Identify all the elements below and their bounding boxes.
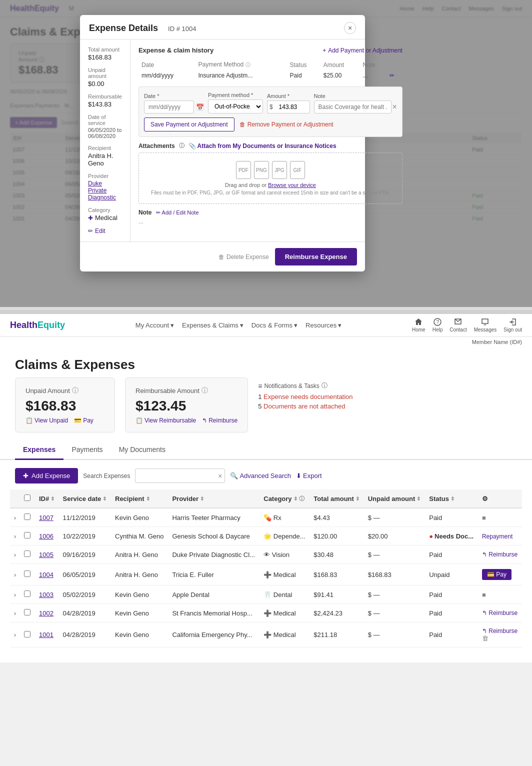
advanced-search-link[interactable]: 🔍 Advanced Search	[230, 472, 291, 480]
pay-icon: 💳	[74, 417, 82, 424]
category-icon-cell: 👁	[264, 551, 270, 558]
clear-note-button[interactable]: ×	[392, 102, 397, 112]
repayment-action[interactable]: Repayment	[482, 533, 512, 540]
nav-docs-forms[interactable]: Docs & Forms ▾	[252, 322, 298, 329]
total-amount-col-header: Total amount ⇕	[310, 490, 364, 508]
chevron-down-icon: ▾	[294, 322, 298, 329]
expense-id-link[interactable]: 1004	[39, 571, 54, 578]
add-expense-button[interactable]: ✚ Add Expense	[15, 468, 78, 484]
delete-expense-button[interactable]: 🗑 Delete Expense	[218, 254, 269, 260]
notification-expense-doc[interactable]: 1 Expense needs documentation	[258, 393, 517, 400]
expense-id-link[interactable]: 1007	[39, 514, 54, 522]
row-expand-button[interactable]: ›	[14, 514, 16, 522]
nav-contact[interactable]: Contact	[450, 318, 466, 332]
nav-help[interactable]: ? Help	[432, 318, 443, 332]
nav-resources[interactable]: Resources ▾	[306, 322, 342, 329]
export-link[interactable]: ⬇ Export	[296, 472, 322, 480]
row-expand-button[interactable]: ›	[14, 572, 16, 578]
add-edit-note-link[interactable]: ✏ Add / Edit Note	[156, 210, 199, 216]
calendar-icon[interactable]: 📅	[196, 104, 204, 111]
edit-history-icon[interactable]: ✏	[390, 72, 394, 79]
trash-action[interactable]: ■	[482, 591, 486, 598]
row-checkbox[interactable]	[24, 609, 30, 616]
sort-icon: ⇕	[416, 496, 420, 502]
status-col-header: Status	[288, 60, 320, 70]
reimburse-link[interactable]: ↰ Reimburse	[202, 417, 238, 424]
provider-link[interactable]: Duke Private Diagnostic	[88, 180, 122, 201]
row-expand-button[interactable]: ›	[14, 610, 16, 617]
unpaid-label: Unpaid Amount	[26, 387, 70, 394]
row-checkbox[interactable]	[24, 514, 30, 520]
reimburse-action[interactable]: ↰ Reimburse	[482, 628, 518, 634]
row-checkbox[interactable]	[24, 590, 30, 597]
search-input[interactable]	[135, 468, 225, 483]
attach-link[interactable]: 📎 Attach from My Documents or Insurance …	[188, 142, 336, 150]
row-expand-button[interactable]: ›	[14, 533, 16, 540]
reimburse-expense-button[interactable]: Reimburse Expense	[275, 248, 357, 266]
save-payment-button[interactable]: Save Payment or Adjustment	[144, 118, 234, 132]
payment-method-select[interactable]: Out-of-Pocke... Insurance Adjustment Oth…	[208, 100, 263, 114]
reimburse-action[interactable]: ↰ Reimburse	[482, 610, 518, 616]
row-checkbox[interactable]	[24, 570, 30, 577]
row-checkbox[interactable]	[24, 532, 30, 538]
total-amount-label: Total amount	[88, 46, 122, 52]
remove-payment-button[interactable]: 🗑 Remove Payment or Adjustment	[240, 121, 334, 128]
nav-my-account[interactable]: My Account ▾	[136, 322, 174, 329]
search-clear-button[interactable]: ×	[218, 472, 222, 480]
tab-my-documents[interactable]: My Documents	[111, 440, 174, 460]
amount-input[interactable]	[275, 100, 310, 114]
action-cell: 💳 Pay	[478, 564, 522, 586]
view-reimbursable-link[interactable]: 📋 View Reimbursable	[136, 417, 196, 424]
file-dropzone[interactable]: PDF PNG JPG GIF Drag and drop or Browse …	[138, 152, 402, 204]
browse-link[interactable]: Browse your device	[268, 182, 316, 188]
reimburse-action[interactable]: ↰ Reimburse	[482, 551, 518, 558]
category-icon-cell: ➕	[264, 571, 272, 578]
reimbursable-value: $143.83	[88, 100, 122, 108]
trash-action[interactable]: ■	[482, 514, 486, 522]
row-expand-button[interactable]: ›	[14, 552, 16, 558]
row-expand-button[interactable]: ›	[14, 592, 16, 598]
expense-id-link[interactable]: 1002	[39, 610, 54, 617]
note-input[interactable]	[314, 100, 392, 114]
nav-messages[interactable]: Messages	[474, 318, 497, 332]
expense-id-link[interactable]: 1003	[39, 591, 54, 598]
trash-action[interactable]: 🗑	[482, 634, 488, 642]
nav-sign-out[interactable]: Sign out	[504, 318, 522, 332]
nav-expenses-claims[interactable]: Expenses & Claims ▾	[182, 322, 244, 329]
expense-id-link[interactable]: 1006	[39, 532, 54, 540]
date-input[interactable]	[144, 100, 194, 114]
nav-home[interactable]: Home	[412, 318, 426, 332]
close-button[interactable]: ×	[344, 22, 356, 34]
add-payment-link[interactable]: + Add Payment or Adjustment	[322, 47, 402, 54]
view-unpaid-link[interactable]: 📋 View Unpaid	[26, 417, 68, 424]
sort-icon: ⇕	[102, 496, 106, 502]
tab-expenses[interactable]: Expenses	[15, 440, 64, 460]
action-cell: Repayment	[478, 527, 522, 546]
modal-id: ID # 1004	[168, 25, 196, 32]
edit-link[interactable]: ✏ Edit	[88, 228, 122, 234]
status-col-header: Status ⇕	[425, 490, 478, 508]
notification-docs-not-attached[interactable]: 5 Documents are not attached	[258, 402, 517, 410]
select-all-checkbox[interactable]	[24, 494, 30, 501]
png-icon: PNG	[254, 161, 269, 179]
action-cell: ■	[478, 508, 522, 527]
category-icon-cell: 🦷	[264, 591, 272, 598]
status-cell: Paid	[425, 622, 478, 648]
tab-payments[interactable]: Payments	[64, 440, 110, 460]
row-checkbox[interactable]	[24, 631, 30, 638]
pay-link[interactable]: 💳 Pay	[74, 417, 94, 424]
row-expand-button[interactable]: ›	[14, 632, 16, 638]
category-cell: ➕ Medical	[260, 564, 310, 586]
unpaid-amount-cell: $20.00	[364, 527, 426, 546]
recipient-cell: Anitra H. Geno	[111, 564, 168, 586]
expand-col-header	[10, 490, 20, 508]
table-row: › 1005 09/16/2019 Anitra H. Geno Duke Pr…	[10, 546, 522, 564]
expense-id-link[interactable]: 1001	[39, 631, 54, 638]
category-cell: 🦷 Dental	[260, 586, 310, 604]
pay-action-button[interactable]: 💳 Pay	[482, 569, 512, 580]
expense-id-link[interactable]: 1005	[39, 551, 54, 558]
status-cell: Paid	[425, 508, 478, 527]
reimbursable-amount: $123.45	[136, 398, 238, 414]
row-checkbox[interactable]	[24, 550, 30, 557]
unpaid-amount-card: Unpaid Amount ⓘ $168.83 📋 View Unpaid 💳 …	[15, 378, 115, 432]
